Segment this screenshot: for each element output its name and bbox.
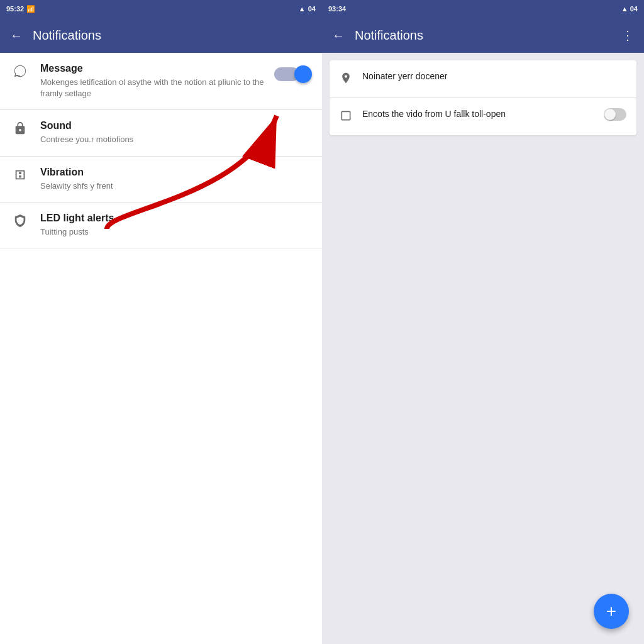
vibration-title: Vibration <box>40 167 312 178</box>
fab-plus-icon: + <box>606 601 616 621</box>
right-panel: 93:34 ▲ 04 ← Notifications ⋮ Noinater ye… <box>322 0 644 644</box>
left-status-time: 95:32 📶 <box>6 5 35 13</box>
left-status-bar: 95:32 📶 ▲ 04 <box>0 0 322 18</box>
sound-title: Sound <box>40 120 312 131</box>
location-notification-text: Noinater yerr docener <box>362 70 626 83</box>
left-wifi-icon: ▲ <box>299 5 306 13</box>
right-status-right: ▲ 04 <box>621 5 638 13</box>
left-toolbar: ← Notifications <box>0 18 322 53</box>
vibration-icon <box>10 168 30 182</box>
right-back-button[interactable]: ← <box>332 28 345 43</box>
left-toolbar-title: Notifications <box>33 28 312 43</box>
sound-content: Sound Contrese you.r motiofions <box>40 120 312 145</box>
right-status-bar: 93:34 ▲ 04 <box>322 0 644 18</box>
message-toggle-container <box>274 65 312 83</box>
notification-item-location[interactable]: Noinater yerr docener <box>330 60 636 98</box>
fab-add-button[interactable]: + <box>594 594 629 629</box>
more-options-button[interactable]: ⋮ <box>621 28 634 43</box>
sound-icon <box>10 121 30 135</box>
settings-item-led[interactable]: LED light alerts Tuitting pusts <box>0 203 322 248</box>
settings-item-vibration[interactable]: Vibration Selawity shfs y frent <box>0 157 322 203</box>
right-content: Noinater yerr docener Encots the vido fr… <box>322 53 644 644</box>
left-battery-icon: 04 <box>308 5 316 13</box>
left-time: 95:32 <box>6 5 24 13</box>
video-toggle[interactable] <box>604 108 626 121</box>
settings-item-sound[interactable]: Sound Contrese you.r motiofions <box>0 110 322 156</box>
video-toggle-container <box>604 108 626 121</box>
message-icon <box>10 64 30 78</box>
video-toggle-thumb <box>604 109 616 120</box>
right-time: 93:34 <box>328 5 346 13</box>
right-toolbar: ← Notifications ⋮ <box>322 18 644 53</box>
left-status-icons: ▲ 04 <box>299 5 316 13</box>
notification-item-video[interactable]: Encots the vido from U fallk toll-open <box>330 98 636 135</box>
vibration-subtitle: Selawity shfs y frent <box>40 180 312 192</box>
led-subtitle: Tuitting pusts <box>40 226 312 238</box>
video-notification-text: Encots the vido from U fallk toll-open <box>362 108 594 121</box>
sound-subtitle: Contrese you.r motiofions <box>40 134 312 145</box>
message-title: Message <box>40 63 269 74</box>
message-subtitle: Mokenges letification ol asythe with the… <box>40 77 269 99</box>
message-content: Message Mokenges letification ol asythe … <box>40 63 269 99</box>
video-icon <box>340 109 352 125</box>
left-signal-icon: 📶 <box>26 5 35 13</box>
location-icon <box>340 72 352 87</box>
vibration-content: Vibration Selawity shfs y frent <box>40 167 312 192</box>
message-toggle-thumb[interactable] <box>294 65 312 83</box>
led-title: LED light alerts <box>40 213 312 224</box>
left-settings-list: Message Mokenges letification ol asythe … <box>0 53 322 644</box>
right-status-left: 93:34 <box>328 5 346 13</box>
right-wifi-icon: ▲ 04 <box>621 5 638 13</box>
left-panel: 95:32 📶 ▲ 04 ← Notifications Message Mok… <box>0 0 322 644</box>
left-back-button[interactable]: ← <box>10 28 23 43</box>
right-toolbar-title: Notifications <box>355 28 611 43</box>
settings-item-message[interactable]: Message Mokenges letification ol asythe … <box>0 53 322 110</box>
notification-card: Noinater yerr docener Encots the vido fr… <box>330 60 636 135</box>
led-icon <box>10 214 30 228</box>
led-content: LED light alerts Tuitting pusts <box>40 213 312 238</box>
